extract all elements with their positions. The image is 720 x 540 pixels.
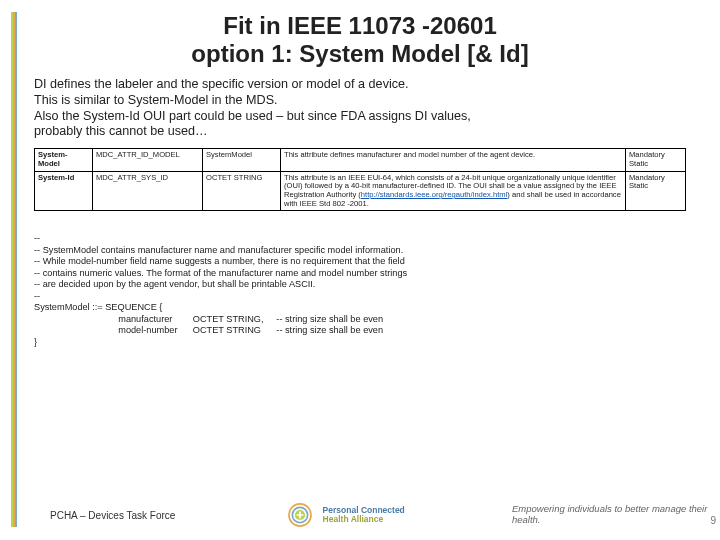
- intro-line: probably this cannot be used…: [34, 124, 686, 140]
- attr-req-cell: Mandatory Static: [626, 149, 686, 171]
- asn-line: model-number OCTET STRING -- string size…: [34, 325, 383, 335]
- page-number: 9: [710, 515, 716, 526]
- asn-line: manufacturer OCTET STRING, -- string siz…: [34, 314, 383, 324]
- intro-line: DI defines the labeler and the specific …: [34, 77, 686, 93]
- ieee-registration-link[interactable]: http://standards.ieee.org/regauth/index.…: [361, 190, 507, 199]
- intro-line: This is similar to System-Model in the M…: [34, 93, 686, 109]
- title-line-2: option 1: System Model [& Id]: [191, 40, 528, 67]
- attr-desc-cell: This attribute is an IEEE EUI-64, which …: [281, 171, 626, 211]
- attr-code-cell: MDC_ATTR_SYS_ID: [93, 171, 203, 211]
- pcha-logo-icon: [283, 501, 317, 529]
- attr-type-cell: OCTET STRING: [203, 171, 281, 211]
- asn-line: }: [34, 337, 37, 347]
- intro-paragraph: DI defines the labeler and the specific …: [34, 77, 686, 140]
- footer-tagline: Empowering individuals to better manage …: [512, 504, 712, 526]
- asn-line: --: [34, 233, 40, 243]
- table-row: System-Model MDC_ATTR_ID_MODEL SystemMod…: [35, 149, 686, 171]
- attr-type-cell: SystemModel: [203, 149, 281, 171]
- asn-line: --: [34, 291, 40, 301]
- attr-name-cell: System-Id: [35, 171, 93, 211]
- asn-line: SystemModel ::= SEQUENCE {: [34, 302, 162, 312]
- attr-desc-cell: This attribute defines manufacturer and …: [281, 149, 626, 171]
- attribute-table: System-Model MDC_ATTR_ID_MODEL SystemMod…: [34, 148, 686, 211]
- asn-line: -- contains numeric values. The format o…: [34, 268, 407, 278]
- slide-title: Fit in IEEE 11073 -20601 option 1: Syste…: [34, 12, 686, 67]
- left-accent-stripes: [11, 12, 17, 527]
- asn-line: -- are decided upon by the agent vendor,…: [34, 279, 315, 289]
- footer-task-force: PCHA – Devices Task Force: [50, 510, 175, 521]
- footer-logo-text: Personal Connected Health Alliance: [323, 506, 405, 524]
- footer-logo: Personal Connected Health Alliance: [283, 501, 405, 529]
- attr-code-cell: MDC_ATTR_ID_MODEL: [93, 149, 203, 171]
- slide-footer: PCHA – Devices Task Force Personal Conne…: [0, 494, 720, 536]
- asn-definition-block: -- -- SystemModel contains manufacturer …: [34, 233, 686, 348]
- table-row: System-Id MDC_ATTR_SYS_ID OCTET STRING T…: [35, 171, 686, 211]
- intro-line: Also the System-Id OUI part could be use…: [34, 109, 686, 125]
- attr-name-cell: System-Model: [35, 149, 93, 171]
- slide: Fit in IEEE 11073 -20601 option 1: Syste…: [0, 0, 720, 540]
- attr-req-cell: Mandatory Static: [626, 171, 686, 211]
- brand-line-2: Health Alliance: [323, 514, 384, 524]
- asn-line: -- While model-number field name suggest…: [34, 256, 405, 266]
- asn-line: -- SystemModel contains manufacturer nam…: [34, 245, 403, 255]
- title-line-1: Fit in IEEE 11073 -20601: [223, 12, 496, 39]
